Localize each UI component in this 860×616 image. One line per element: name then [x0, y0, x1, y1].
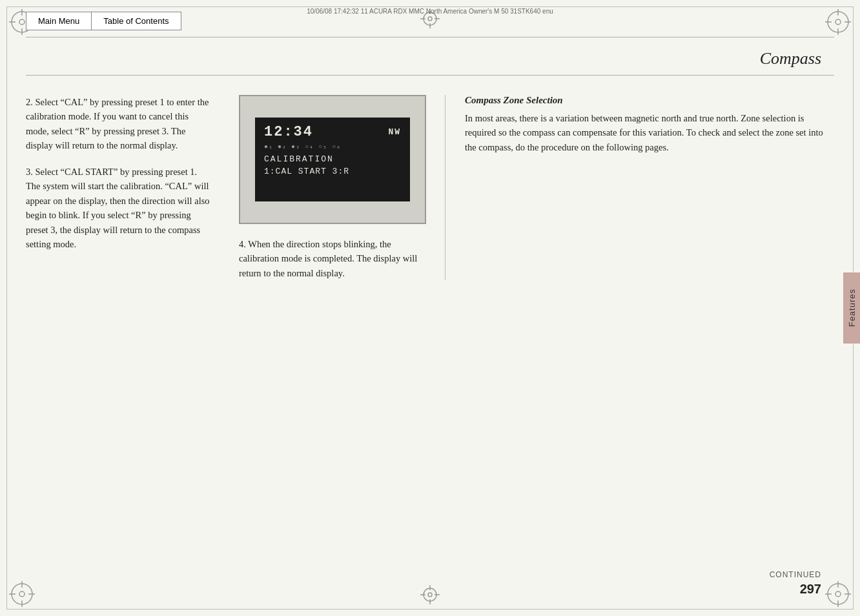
page-number: 297 — [770, 582, 821, 597]
screen-direction: NW — [388, 127, 401, 137]
screen-time-row: 12:34 NW — [264, 124, 401, 140]
main-content: 2. Select “CAL” by pressing preset 1 to … — [0, 76, 860, 293]
main-menu-button[interactable]: Main Menu — [26, 12, 92, 30]
nav-buttons: Main Menu Table of Contents — [26, 12, 181, 30]
side-tab: Features — [843, 272, 860, 344]
page-title-area: Compass — [0, 37, 860, 72]
compass-zone-title: Compass Zone Selection — [465, 95, 834, 106]
left-column: 2. Select “CAL” by pressing preset 1 to … — [26, 95, 226, 280]
footer: CONTINUED 297 — [0, 570, 860, 597]
header-meta: 10/06/08 17:42:32 11 ACURA RDX MMC North… — [307, 8, 553, 15]
display-screen: 12:34 NW ●₁ ●₂ ●₃ ○₄ ○₅ ○₆ CALIBRATION 1… — [255, 118, 410, 201]
page-title: Compass — [760, 49, 821, 68]
screen-icons: ●₁ ●₂ ●₃ ○₄ ○₅ ○₆ — [264, 143, 401, 150]
compass-zone-body: In most areas, there is a variation betw… — [465, 111, 834, 154]
continued-text: CONTINUED — [770, 570, 821, 579]
screen-label: CALIBRATION — [264, 154, 401, 164]
side-tab-label: Features — [847, 289, 857, 327]
table-of-contents-button[interactable]: Table of Contents — [92, 12, 180, 30]
header: Main Menu Table of Contents 10/06/08 17:… — [0, 0, 860, 37]
screen-time: 12:34 — [264, 124, 313, 140]
middle-column: 12:34 NW ●₁ ●₂ ●₃ ○₄ ○₅ ○₆ CALIBRATION 1… — [226, 95, 445, 280]
screen-subtext: 1:CAL START 3:R — [264, 167, 401, 176]
step-2-text: 2. Select “CAL” by pressing preset 1 to … — [26, 95, 213, 153]
right-column: Compass Zone Selection In most areas, th… — [445, 95, 834, 280]
display-box: 12:34 NW ●₁ ●₂ ●₃ ○₄ ○₅ ○₆ CALIBRATION 1… — [239, 95, 426, 224]
step-3-text: 3. Select “CAL START” by pressing preset… — [26, 165, 213, 252]
step-4-text: 4. When the direction stops blinking, th… — [239, 237, 432, 280]
footer-content: CONTINUED 297 — [770, 570, 821, 597]
